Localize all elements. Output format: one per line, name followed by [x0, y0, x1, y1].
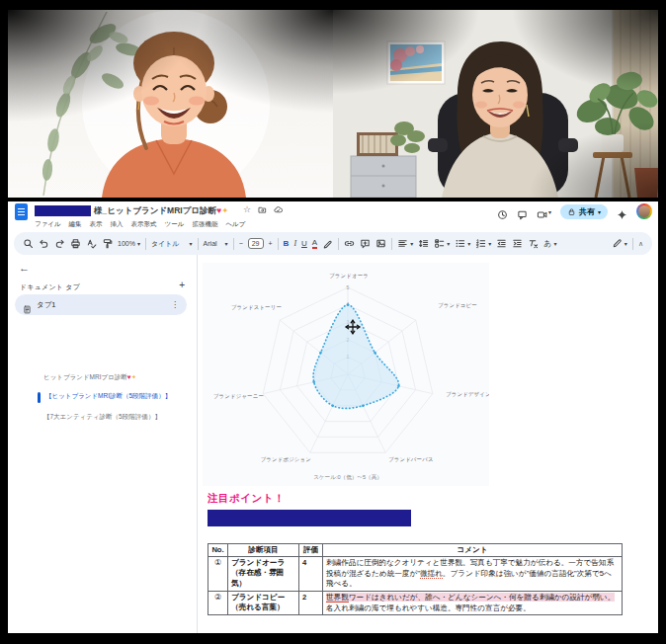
share-button[interactable]: 共有 ▾ — [560, 204, 608, 219]
paint-format-icon[interactable] — [102, 238, 113, 249]
star-document-icon[interactable]: ☆ — [243, 204, 251, 214]
decrease-indent-icon[interactable] — [496, 238, 507, 249]
font-size-input[interactable]: 29 — [248, 238, 264, 249]
search-icon[interactable] — [23, 238, 34, 249]
table-row-2[interactable]: ② ブランドコピー（売れる言葉） 2 世界観ワードはきれいだが、誰へ・どんなシー… — [208, 591, 623, 614]
docs-titlebar: 様_ヒットブランドMRIプロ診断♥✦ ☆ ▾ 共有 ▾ — [8, 201, 658, 221]
toolbar: 100%▾ タイトル▾ Arial▾ − 29 + B I U A ▾ ▾ ▾ … — [14, 232, 652, 255]
outline-item-2-active[interactable]: 【ヒットブランドMRI診断（5段階評価）】 — [45, 392, 171, 401]
avatar-illustration — [8, 10, 333, 198]
bulleted-list-select[interactable]: ▾ — [455, 238, 470, 249]
font-size-decrease[interactable]: − — [239, 240, 243, 247]
col-item: 診断項目 — [228, 544, 299, 557]
lock-icon — [567, 207, 576, 216]
sidebar-header: ドキュメント タブ — [20, 282, 80, 292]
insert-image-icon[interactable] — [375, 238, 386, 249]
svg-text:5: 5 — [347, 284, 350, 290]
meeting-screen: 様_ヒットブランドMRIプロ診断♥✦ ☆ ▾ 共有 ▾ ファイ — [0, 0, 666, 644]
add-tab-icon[interactable]: + — [179, 280, 185, 290]
account-avatar[interactable] — [636, 203, 652, 219]
back-arrow-icon[interactable]: ← — [19, 262, 30, 274]
highlighted-text: ワードはきれいだが、誰へ・どんなシーンへ・何を贈る刺繍かの設計が弱い。 — [349, 593, 616, 602]
style-select[interactable]: タイトル▾ — [151, 239, 193, 249]
text-color-button[interactable]: A — [312, 239, 317, 249]
svg-text:ブランドコピー: ブランドコピー — [438, 302, 477, 308]
col-comment: コメント — [323, 544, 623, 557]
redacted-text-bar — [208, 510, 411, 526]
col-no: No. — [208, 544, 228, 557]
outline-item-1[interactable]: ヒットブランドMRIプロ診断♥✦ — [43, 373, 136, 382]
svg-text:ブランドオーラ: ブランドオーラ — [329, 273, 369, 279]
editing-mode-select[interactable]: ▾ — [612, 238, 627, 249]
google-docs-window: 様_ヒットブランドMRIプロ診断♥✦ ☆ ▾ 共有 ▾ ファイ — [8, 201, 658, 633]
move-folder-icon[interactable] — [258, 205, 267, 214]
numbered-list-select[interactable]: ▾ — [475, 238, 491, 249]
video-tile-camera-woman[interactable] — [333, 10, 658, 198]
underline-button[interactable]: U — [301, 239, 307, 248]
spellcheck-icon[interactable] — [86, 238, 97, 249]
meet-camera-icon[interactable] — [537, 206, 547, 217]
menu-extensions[interactable]: 拡張機能 — [192, 220, 217, 229]
diagnosis-table: No. 診断項目 評価 コメント ① ブランドオーラ（存在感・雰囲気） 4 刺繍… — [208, 543, 623, 615]
table-row-1[interactable]: ① ブランドオーラ（存在感・雰囲気） 4 刺繍作品に圧倒的なクオリティと世界観。… — [208, 557, 623, 592]
document-canvas[interactable]: 12345ブランドオーラブランドコピーブランドデザインブランドパーパスブランドポ… — [199, 255, 658, 633]
radar-chart[interactable]: 12345ブランドオーラブランドコピーブランドデザインブランドパーパスブランドポ… — [203, 263, 489, 486]
menu-edit[interactable]: 編集 — [69, 220, 82, 229]
sparkle-icon: ✦ — [221, 205, 228, 215]
add-comment-icon[interactable] — [360, 238, 371, 249]
zoom-select[interactable]: 100%▾ — [118, 240, 140, 247]
video-call-strip — [8, 10, 658, 198]
outline-item-3[interactable]: 【7大エンティティ診断（5段階評価）】 — [43, 413, 161, 422]
collapse-toolbar-icon[interactable]: ∧ — [638, 240, 643, 248]
col-score: 評価 — [299, 544, 323, 557]
svg-text:ブランドポジション: ブランドポジション — [261, 456, 311, 462]
menu-help[interactable]: ヘルプ — [225, 220, 245, 229]
table-header-row: No. 診断項目 評価 コメント — [208, 544, 623, 557]
svg-text:スケール:0（低）〜5（高）: スケール:0（低）〜5（高） — [313, 474, 382, 480]
menu-bar: ファイル 編集 表示 挿入 表示形式 ツール 拡張機能 ヘルプ — [35, 220, 245, 229]
highlighted-underlined-word: 世界観 — [326, 593, 349, 603]
tab-options-icon[interactable]: ⋮ — [171, 300, 179, 309]
tab-document-icon — [23, 300, 32, 309]
increase-indent-icon[interactable] — [512, 238, 523, 249]
svg-text:ブランドパーパス: ブランドパーパス — [388, 456, 434, 462]
video-tile-avatar-woman[interactable] — [8, 10, 333, 198]
google-docs-icon[interactable] — [15, 203, 28, 220]
bold-button[interactable]: B — [284, 239, 290, 248]
redacted-client-name — [35, 205, 91, 216]
font-select[interactable]: Arial▾ — [204, 240, 228, 247]
document-tabs-sidebar: ← ドキュメント タブ + タブ1 ⋮ ヒットブランドMRIプロ診断♥✦ 【ヒッ… — [8, 255, 198, 633]
comments-icon[interactable] — [517, 206, 528, 217]
attention-heading: 注目ポイント！ — [208, 492, 285, 506]
svg-text:ブランドデザイン: ブランドデザイン — [446, 391, 489, 397]
menu-tools[interactable]: ツール — [165, 220, 185, 229]
svg-text:ブランドジャーニー: ブランドジャーニー — [213, 393, 264, 399]
italic-button[interactable]: I — [293, 239, 296, 248]
gemini-icon[interactable] — [617, 206, 627, 217]
insert-link-icon[interactable] — [344, 238, 355, 249]
undo-icon[interactable] — [39, 238, 49, 249]
redo-icon[interactable] — [54, 238, 65, 249]
camera-view — [333, 10, 658, 198]
sparkle-icon: ✦ — [131, 373, 136, 380]
menu-insert[interactable]: 挿入 — [111, 220, 124, 229]
menu-format[interactable]: 表示形式 — [131, 220, 157, 229]
print-icon[interactable] — [70, 238, 81, 249]
misspelled-word: 微揺れ — [420, 569, 443, 579]
input-tools-select[interactable]: あ▾ — [543, 238, 556, 249]
line-spacing-icon[interactable] — [418, 238, 429, 249]
svg-text:ブランドストーリー: ブランドストーリー — [231, 304, 282, 310]
menu-view[interactable]: 表示 — [90, 220, 103, 229]
menu-file[interactable]: ファイル — [35, 220, 61, 229]
font-size-increase[interactable]: + — [269, 240, 273, 247]
clear-formatting-icon[interactable] — [528, 238, 539, 249]
version-history-icon[interactable] — [497, 206, 508, 217]
cloud-status-icon — [274, 205, 283, 214]
align-select[interactable]: ▾ — [397, 238, 413, 249]
checklist-select[interactable]: ▾ — [434, 238, 450, 249]
document-title[interactable]: 様_ヒットブランドMRIプロ診断♥✦ — [94, 205, 228, 217]
tab-1[interactable]: タブ1 ⋮ — [15, 294, 187, 315]
active-outline-indicator — [38, 392, 41, 403]
highlight-color-icon[interactable] — [322, 238, 333, 249]
